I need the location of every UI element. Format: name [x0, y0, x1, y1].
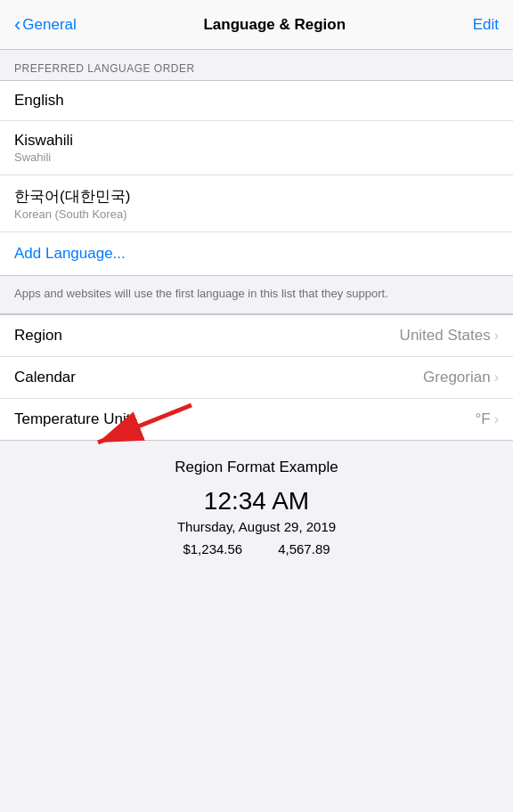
- language-list: English Kiswahili Swahili 한국어(대한민국) Kore…: [0, 80, 513, 276]
- language-secondary: Korean (South Korea): [14, 207, 499, 221]
- temperature-row[interactable]: Temperature Unit °F ›: [0, 399, 513, 440]
- format-example-title: Region Format Example: [14, 459, 499, 476]
- region-label: Region: [14, 327, 62, 345]
- back-button[interactable]: ‹ General: [14, 13, 77, 37]
- temperature-value-container: °F ›: [475, 410, 499, 428]
- edit-button[interactable]: Edit: [473, 16, 499, 34]
- format-numbers: $1,234.56 4,567.89: [14, 541, 499, 556]
- region-value: United States: [400, 327, 491, 345]
- page-title: Language & Region: [203, 16, 346, 34]
- list-item[interactable]: 한국어(대한민국) Korean (South Korea): [0, 175, 513, 232]
- chevron-left-icon: ‹: [14, 13, 20, 37]
- add-language-button[interactable]: Add Language...: [0, 232, 513, 275]
- format-time: 12:34 AM: [14, 487, 499, 516]
- temperature-value: °F: [475, 410, 490, 428]
- nav-bar: ‹ General Language & Region Edit: [0, 0, 513, 50]
- temperature-label: Temperature Unit: [14, 410, 130, 428]
- chevron-right-icon: ›: [494, 411, 499, 427]
- chevron-right-icon: ›: [494, 328, 499, 344]
- language-secondary: Swahili: [14, 150, 499, 164]
- language-primary: 한국어(대한민국): [14, 186, 499, 207]
- chevron-right-icon: ›: [494, 369, 499, 386]
- info-text: Apps and websites will use the first lan…: [0, 276, 513, 314]
- settings-group: Region United States › Calendar Gregoria…: [0, 314, 513, 441]
- calendar-value: Gregorian: [423, 369, 491, 386]
- list-item[interactable]: Kiswahili Swahili: [0, 121, 513, 175]
- calendar-value-container: Gregorian ›: [423, 369, 499, 386]
- region-row[interactable]: Region United States ›: [0, 315, 513, 357]
- format-currency: $1,234.56: [183, 541, 242, 556]
- format-date: Thursday, August 29, 2019: [14, 519, 499, 534]
- region-value-container: United States ›: [400, 327, 499, 345]
- format-number: 4,567.89: [278, 541, 330, 556]
- list-item[interactable]: English: [0, 81, 513, 121]
- back-label: General: [22, 16, 76, 34]
- calendar-label: Calendar: [14, 369, 76, 386]
- calendar-row[interactable]: Calendar Gregorian ›: [0, 357, 513, 399]
- language-primary: English: [14, 92, 499, 110]
- preferred-language-header: PREFERRED LANGUAGE ORDER: [0, 50, 513, 80]
- region-format-example: Region Format Example 12:34 AM Thursday,…: [0, 441, 513, 574]
- language-primary: Kiswahili: [14, 132, 499, 150]
